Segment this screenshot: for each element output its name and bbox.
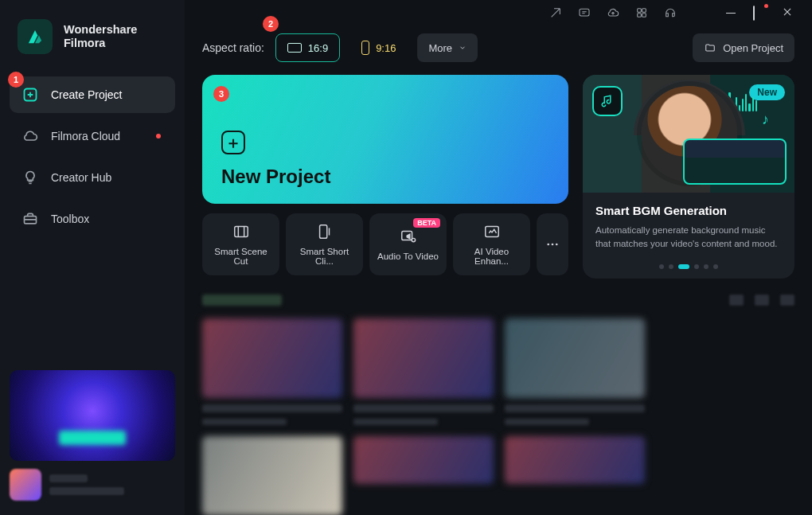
- open-project-button[interactable]: Open Project: [693, 33, 794, 62]
- new-project-title: New Project: [221, 166, 549, 188]
- nav-create-label: Create Project: [51, 88, 122, 101]
- window-minimize-button[interactable]: [724, 6, 737, 19]
- filmora-logo-icon: [25, 26, 45, 47]
- hero-row: 3 ＋ New Project Smart Scene Cut Smart Sh…: [202, 75, 794, 279]
- svg-point-15: [552, 244, 554, 246]
- recent-item[interactable]: [202, 436, 342, 516]
- sidebar-promo-thumb[interactable]: [10, 370, 175, 461]
- svg-rect-10: [319, 225, 326, 239]
- cloud-upload-icon[interactable]: [607, 6, 619, 19]
- promo-card[interactable]: New ♪ Smart BGM Generation Automatically…: [583, 75, 794, 279]
- tool-more-button[interactable]: [537, 213, 568, 275]
- tool-smart-short-clip[interactable]: Smart Short Cli...: [286, 213, 363, 275]
- tool-scene-cut-label: Smart Scene Cut: [207, 247, 275, 266]
- brand: Wondershare Filmora: [0, 19, 185, 76]
- music-note-box-icon: [592, 86, 623, 116]
- ai-enhance-icon: [483, 223, 501, 240]
- recent-item[interactable]: [505, 436, 645, 516]
- cloud-icon: [22, 128, 38, 144]
- sidebar-avatar: [10, 469, 41, 501]
- folder-icon: [704, 42, 716, 53]
- recent-item[interactable]: [202, 318, 342, 425]
- window-maximize-button[interactable]: [753, 6, 766, 19]
- recent-section: [202, 295, 794, 516]
- sidebar-account-row[interactable]: [10, 469, 175, 501]
- recent-item[interactable]: [353, 436, 494, 516]
- svg-rect-9: [234, 227, 248, 237]
- brand-text: Wondershare Filmora: [64, 23, 137, 51]
- tool-ai-video-label: AI Video Enhan...: [458, 247, 525, 266]
- tool-ai-video-enhance[interactable]: AI Video Enhan...: [453, 213, 530, 275]
- nav-cloud-label: Filmora Cloud: [51, 130, 120, 142]
- svg-point-14: [547, 244, 549, 246]
- annotation-badge-1: 1: [8, 72, 24, 88]
- svg-rect-5: [638, 9, 642, 13]
- aspect-9-16-chip[interactable]: 9:16: [349, 33, 408, 62]
- promo-description: Automatically generate background music …: [595, 224, 782, 252]
- nav-creator-label: Creator Hub: [51, 171, 111, 184]
- recent-item[interactable]: [353, 318, 494, 425]
- svg-rect-8: [642, 14, 646, 18]
- tool-smart-scene-cut[interactable]: Smart Scene Cut: [202, 213, 279, 275]
- promo-body: Smart BGM Generation Automatically gener…: [583, 193, 794, 259]
- music-note-icon: ♪: [762, 111, 769, 128]
- new-project-card[interactable]: 3 ＋ New Project: [202, 75, 568, 204]
- svg-rect-7: [638, 14, 642, 18]
- tool-audio-video-label: Audio To Video: [377, 252, 439, 261]
- recent-title-blurred: [202, 295, 282, 306]
- audio-to-video-icon: [400, 228, 417, 245]
- timeline-panel-icon: [683, 139, 787, 185]
- scene-cut-icon: [232, 223, 250, 240]
- open-project-label: Open Project: [723, 42, 783, 54]
- sidebar-thumbs: [0, 362, 185, 515]
- sidebar: Wondershare Filmora 1 Create Project Fil…: [0, 0, 185, 515]
- send-icon[interactable]: [549, 6, 562, 19]
- beta-badge: BETA: [413, 218, 440, 228]
- aspect-more-dropdown[interactable]: More: [417, 33, 478, 62]
- message-icon[interactable]: [578, 6, 591, 19]
- brand-line1: Wondershare: [64, 23, 137, 37]
- window-close-button[interactable]: [782, 6, 794, 19]
- aspect-16-9-chip[interactable]: 16:9: [275, 33, 340, 62]
- svg-point-16: [556, 244, 558, 246]
- brand-line2: Filmora: [64, 37, 137, 50]
- ellipsis-icon: [545, 237, 560, 252]
- aspect-16-9-text: 16:9: [308, 42, 328, 54]
- headset-icon[interactable]: [664, 6, 677, 19]
- landscape-rect-icon: [287, 43, 302, 53]
- nav-creator-hub[interactable]: Creator Hub: [10, 159, 175, 196]
- aspect-more-label: More: [428, 42, 452, 54]
- bulb-icon: [22, 170, 38, 185]
- annotation-badge-2: 2: [263, 16, 279, 32]
- aspect-ratio-label: Aspect ratio:: [202, 41, 264, 54]
- svg-rect-6: [642, 9, 646, 13]
- main: 2 Aspect ratio: 16:9 9:16 More Open Proj…: [185, 0, 812, 515]
- nav-toolbox[interactable]: Toolbox: [10, 201, 175, 237]
- recent-header: [202, 295, 794, 306]
- nav: 1 Create Project Filmora Cloud Creator H…: [0, 76, 185, 237]
- brand-logo: [18, 19, 53, 54]
- sidebar-account-line2: [49, 487, 124, 495]
- promo-image: New ♪: [583, 75, 794, 193]
- tool-audio-to-video[interactable]: BETA Audio To Video: [369, 213, 447, 275]
- annotation-badge-3: 3: [213, 86, 229, 102]
- recent-grid: [202, 318, 794, 516]
- svg-point-12: [412, 238, 415, 241]
- plus-square-icon: [22, 87, 38, 103]
- short-clip-icon: [316, 223, 334, 240]
- plus-square-icon: ＋: [221, 131, 245, 154]
- recent-view-toggles[interactable]: [729, 295, 794, 306]
- chevron-down-icon: [459, 44, 467, 52]
- nav-create-project[interactable]: 1 Create Project: [10, 76, 175, 113]
- new-project-area: 3 ＋ New Project Smart Scene Cut Smart Sh…: [202, 75, 568, 279]
- recent-item[interactable]: [505, 318, 645, 425]
- portrait-rect-icon: [361, 41, 369, 55]
- nav-filmora-cloud[interactable]: Filmora Cloud: [10, 118, 175, 154]
- notification-dot-icon: [156, 134, 161, 139]
- sidebar-account-line1: [49, 474, 88, 482]
- apps-grid-icon[interactable]: [635, 6, 648, 19]
- aspect-9-16-text: 9:16: [376, 42, 396, 54]
- aspect-ratio-row: 2 Aspect ratio: 16:9 9:16 More Open Proj…: [202, 33, 794, 62]
- promo-pagination-dots[interactable]: [583, 259, 794, 279]
- tool-grid: Smart Scene Cut Smart Short Cli... BETA …: [202, 213, 568, 275]
